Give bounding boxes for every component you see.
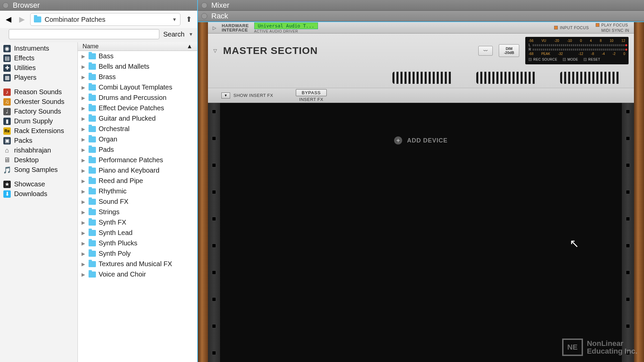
hardware-interface-device[interactable]: ▷ HARDWARE INTERFACE Universal Audio T..… (208, 22, 634, 34)
disclosure-icon[interactable]: ▶ (80, 95, 86, 101)
disclosure-icon[interactable]: ▶ (80, 85, 86, 90)
folder-row[interactable]: ▶Sound FX (78, 196, 197, 207)
disclosure-icon[interactable]: ▶ (80, 230, 86, 236)
folder-name: Guitar and Plucked (99, 115, 156, 122)
sort-ascending-icon: ▲ (186, 43, 193, 50)
sidebar-item[interactable]: ▤Effects (0, 53, 77, 63)
column-header-name[interactable]: Name ▲ (78, 42, 197, 51)
search-input[interactable] (9, 29, 159, 39)
nav-back-button[interactable]: ◀ (3, 14, 13, 24)
search-label[interactable]: Search (163, 31, 184, 38)
folder-row[interactable]: ▶Reed and Pipe (78, 176, 197, 186)
disclosure-icon[interactable]: ▶ (80, 106, 86, 111)
folder-row[interactable]: ▶Textures and Musical FX (78, 259, 197, 269)
tab-mixer[interactable]: Mixer (198, 0, 644, 11)
nav-up-button[interactable]: ⬆ (184, 14, 194, 24)
sidebar-item[interactable]: ✚Utilities (0, 63, 77, 73)
folder-row[interactable]: ▶Performance Patches (78, 155, 197, 165)
sidebar-item[interactable]: ReRack Extensions (0, 126, 77, 136)
folder-row[interactable]: ▶Strings (78, 207, 197, 217)
sidebar-item[interactable]: ▮Drum Supply (0, 116, 77, 126)
disclosure-icon[interactable]: ▶ (80, 147, 86, 153)
disclosure-icon[interactable]: ▶ (80, 137, 86, 142)
window-dot-icon[interactable] (201, 2, 207, 8)
master-section-device[interactable]: ▽ MASTER SECTION 〰 DIM -20dB -56VU-20-10… (208, 34, 634, 103)
sidebar-item[interactable]: 🎵Song Samples (0, 165, 77, 175)
window-dot-icon[interactable] (201, 13, 207, 19)
folder-row[interactable]: ▶Combi Layout Templates (78, 82, 197, 93)
meter-left-label: L (529, 43, 531, 47)
disclosure-icon[interactable]: ▶ (80, 220, 86, 225)
rec-source-toggle[interactable]: REC SOURCE (529, 58, 557, 61)
disclosure-icon[interactable]: ▶ (80, 178, 86, 184)
folder-row[interactable]: ▶Pads (78, 144, 197, 155)
folder-row[interactable]: ▶Synth FX (78, 217, 197, 228)
sidebar-item[interactable]: ▦Players (0, 73, 77, 82)
folder-name: Strings (99, 208, 119, 216)
folder-row[interactable]: ▶Drums and Percussion (78, 93, 197, 103)
disclosure-icon[interactable]: ▶ (80, 158, 86, 163)
play-icon[interactable]: ▷ (213, 25, 216, 31)
mode-toggle[interactable]: MODE (563, 58, 578, 61)
play-focus-toggle[interactable]: PLAY FOCUS (596, 23, 629, 27)
folder-row[interactable]: ▶Rhythmic (78, 186, 197, 196)
folder-row[interactable]: ▶Bells and Mallets (78, 61, 197, 72)
bypass-button[interactable]: BYPASS (296, 89, 326, 96)
disclosure-icon[interactable]: ▶ (80, 189, 86, 194)
rack-rail-right (622, 103, 634, 362)
sidebar-item[interactable]: ♫Orkester Sounds (0, 97, 77, 107)
tab-rack[interactable]: Rack (198, 11, 644, 21)
nav-forward-button[interactable]: ▶ (17, 14, 27, 24)
disclosure-icon[interactable]: ▶ (80, 168, 86, 173)
folder-row[interactable]: ▶Brass (78, 72, 197, 82)
folder-row[interactable]: ▶Bass (78, 51, 197, 61)
disclosure-icon[interactable]: ▽ (213, 48, 217, 53)
folder-icon (89, 105, 96, 111)
sidebar-item[interactable]: ♩Factory Sounds (0, 107, 77, 116)
graph-button[interactable]: 〰 (478, 46, 493, 56)
disclosure-icon[interactable]: ▶ (80, 54, 86, 59)
disclosure-icon[interactable]: ▶ (80, 251, 86, 256)
input-focus-toggle[interactable]: INPUT FOCUS (554, 25, 589, 30)
disclosure-icon[interactable]: ▶ (80, 241, 86, 246)
disclosure-icon[interactable]: ▶ (80, 209, 86, 215)
sidebar-item[interactable]: ◉Instruments (0, 44, 77, 53)
waveform-icon: 〰 (483, 48, 488, 53)
add-device-button[interactable]: + ADD DEVICE (394, 136, 447, 144)
disclosure-icon[interactable]: ▶ (80, 116, 86, 121)
sidebar-item[interactable]: ⬇Downloads (0, 189, 77, 199)
sidebar-item[interactable]: 🖥Desktop (0, 155, 77, 165)
arrow-up-icon: ⬆ (186, 15, 192, 24)
folder-row[interactable]: ▶Voice and Choir (78, 269, 197, 280)
sidebar-item-icon: Re (3, 127, 11, 135)
disclosure-icon[interactable]: ▶ (80, 261, 86, 267)
search-options-icon[interactable]: ▼ (189, 32, 193, 37)
sidebar-item[interactable]: ▣Packs (0, 136, 77, 145)
sidebar-item[interactable]: ⌂rishabhrajan (0, 145, 77, 155)
folder-row[interactable]: ▶Piano and Keyboard (78, 165, 197, 176)
sidebar-item[interactable]: ★Showcase (0, 179, 77, 189)
show-insert-fx-button[interactable]: ▼ (221, 93, 230, 99)
disclosure-icon[interactable]: ▶ (80, 74, 86, 80)
dim-button[interactable]: DIM -20dB (499, 44, 519, 57)
folder-row[interactable]: ▶Synth Lead (78, 228, 197, 238)
disclosure-icon[interactable]: ▶ (80, 272, 86, 277)
vent-icon (476, 72, 537, 84)
folder-row[interactable]: ▶Synth Poly (78, 248, 197, 259)
disclosure-icon[interactable]: ▶ (80, 199, 86, 204)
sidebar-item[interactable]: ♪Reason Sounds (0, 87, 77, 97)
window-dot-icon[interactable] (3, 2, 9, 8)
rack-body[interactable]: + ADD DEVICE (208, 103, 634, 362)
audio-driver-display[interactable]: Universal Audio T... (254, 22, 318, 29)
disclosure-icon[interactable]: ▶ (80, 64, 86, 69)
folder-row[interactable]: ▶Orchestral (78, 124, 197, 134)
folder-row[interactable]: ▶Effect Device Patches (78, 103, 197, 113)
folder-row[interactable]: ▶Synth Plucks (78, 238, 197, 248)
disclosure-icon[interactable]: ▶ (80, 126, 86, 132)
add-device-label: ADD DEVICE (407, 137, 447, 144)
folder-row[interactable]: ▶Organ (78, 134, 197, 144)
reset-button[interactable]: RESET (584, 58, 600, 61)
path-dropdown[interactable]: Combinator Patches ▼ (30, 13, 180, 26)
folder-row[interactable]: ▶Guitar and Plucked (78, 113, 197, 124)
folder-name: Rhythmic (99, 187, 126, 195)
